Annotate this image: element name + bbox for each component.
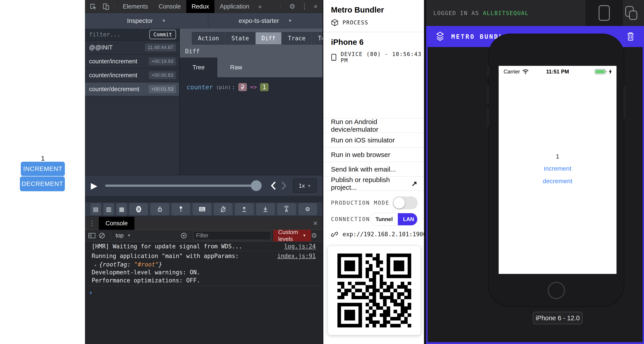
context-select-value[interactable]: top xyxy=(116,232,124,239)
subtab-tree[interactable]: Tree xyxy=(180,58,217,77)
monitor-select[interactable]: Inspector ▼ xyxy=(85,13,208,29)
eye-icon[interactable] xyxy=(180,232,188,239)
action-row[interactable]: counter/increment +00:00.83 xyxy=(85,69,179,82)
source-link[interactable]: log.js:24 xyxy=(284,243,316,250)
decrement-button[interactable]: DECREMENT xyxy=(20,177,65,191)
diff-pin-label[interactable]: (pin) xyxy=(216,84,231,90)
toggle-knob xyxy=(394,197,405,209)
pause-recording-icon[interactable] xyxy=(129,203,148,215)
kebab-menu-icon[interactable]: ⋮ xyxy=(85,219,98,227)
browser-page: 1 INCREMENT DECREMENT xyxy=(0,0,85,344)
home-button[interactable] xyxy=(548,282,565,299)
tab-diff[interactable]: Diff xyxy=(255,32,282,45)
commit-button[interactable]: Commit xyxy=(149,30,176,39)
settings-gear-icon[interactable]: ⚙ xyxy=(298,203,317,215)
instance-select[interactable]: expo-ts-starter ▼ xyxy=(208,13,322,29)
step-back-icon[interactable] xyxy=(268,181,278,190)
iphone-frame: Carrier 11:51 PM 1 increment decrement xyxy=(488,34,624,306)
layout-bottom-icon[interactable]: ▦ xyxy=(116,203,127,215)
action-filter-input[interactable] xyxy=(89,31,149,38)
console-filter-input[interactable] xyxy=(193,231,271,240)
log-levels-value: Custom levels xyxy=(278,229,300,243)
exp-url[interactable]: exp://192.168.2.101:19000 xyxy=(342,231,430,238)
divider xyxy=(111,232,111,239)
connection-lan[interactable]: LAN xyxy=(398,213,418,225)
gear-icon[interactable]: ⚙ xyxy=(289,3,296,10)
expand-triangle-icon[interactable]: ▸ xyxy=(94,262,97,267)
connection-tunnel[interactable]: Tunnel xyxy=(370,213,398,225)
decrement-link[interactable]: decrement xyxy=(499,178,616,185)
action-name: counter/decrement xyxy=(89,86,149,93)
redux-toolbar: ▤ ▥ ▦ xyxy=(85,202,322,217)
message-text: Running application "main" with appParam… xyxy=(92,253,277,259)
ios-statusbar: Carrier 11:51 PM xyxy=(499,66,616,76)
console-tab[interactable]: Console xyxy=(99,217,134,230)
action-row[interactable]: @@INIT 11:48:44.87 xyxy=(85,41,179,55)
pin-icon[interactable] xyxy=(172,203,190,215)
production-mode-toggle[interactable] xyxy=(393,197,418,209)
menu-publish[interactable]: Publish or republish project... ↗ xyxy=(323,176,424,191)
dispatcher-icon[interactable] xyxy=(192,203,211,215)
slider-thumb[interactable] xyxy=(251,180,262,191)
menu-run-web[interactable]: Run in web browser xyxy=(323,147,424,162)
step-forward-icon[interactable] xyxy=(278,181,289,190)
tab-elements[interactable]: Elements xyxy=(118,0,154,13)
playback-speed-select[interactable]: 1x ▼ xyxy=(293,179,317,193)
layout-split-icon[interactable]: ▥ xyxy=(103,203,114,215)
monitor-select-value: Inspector xyxy=(127,17,153,25)
clear-console-icon[interactable] xyxy=(98,232,106,239)
console-sidebar-icon[interactable] xyxy=(88,232,96,239)
console-prompt-chevron[interactable]: › xyxy=(85,286,322,297)
chevron-down-icon: ▼ xyxy=(288,18,292,23)
increment-button[interactable]: INCREMENT xyxy=(21,162,65,176)
object-preview[interactable]: ▸{rootTag: "#root"} xyxy=(92,259,322,268)
export-icon[interactable] xyxy=(235,203,254,215)
increment-link[interactable]: increment xyxy=(499,165,616,172)
lock-changes-icon[interactable] xyxy=(150,203,169,215)
log-levels-select[interactable]: Custom levels ▼ xyxy=(273,230,311,241)
device-icon xyxy=(331,54,336,61)
log-line: Development-level warnings: ON. xyxy=(92,268,322,276)
layout-left-icon[interactable]: ▤ xyxy=(90,203,101,215)
counter-value: 1 xyxy=(499,153,616,160)
chevron-down-icon: ▼ xyxy=(162,18,166,23)
volume-up-button xyxy=(487,85,489,104)
persist-timing-off-icon[interactable] xyxy=(214,203,232,215)
qr-card xyxy=(328,246,420,335)
console-settings-icon[interactable]: ⚙ xyxy=(311,232,319,239)
tab-trace[interactable]: Trace xyxy=(282,32,312,45)
subtab-raw[interactable]: Raw xyxy=(217,58,255,77)
action-row-selected[interactable]: counter/decrement +00:01.53 xyxy=(85,82,179,96)
play-icon[interactable]: ▶ xyxy=(91,181,103,191)
redux-topbar: Inspector ▼ expo-ts-starter ▼ xyxy=(85,13,322,29)
tab-action[interactable]: Action xyxy=(192,32,225,45)
import-icon[interactable] xyxy=(256,203,275,215)
copy-devices-icon[interactable] xyxy=(624,5,638,21)
external-link-icon: ↗ xyxy=(411,180,417,188)
source-link[interactable]: index.js:91 xyxy=(277,253,316,259)
chevron-down-icon[interactable]: ▼ xyxy=(127,233,131,238)
close-devtools-icon[interactable]: × xyxy=(314,3,318,10)
kebab-menu-icon[interactable]: ⋮ xyxy=(301,3,308,10)
diff-key[interactable]: counter xyxy=(186,84,213,91)
layers-icon xyxy=(435,31,445,42)
qr-code xyxy=(338,254,411,327)
action-row[interactable]: counter/increment +00:19.93 xyxy=(85,55,179,69)
tab-redux[interactable]: Redux xyxy=(186,0,214,13)
tab-console[interactable]: Console xyxy=(154,0,186,13)
inspect-element-icon[interactable] xyxy=(88,2,98,12)
trash-icon[interactable] xyxy=(626,32,635,41)
device-version-chip: iPhone 6 - 12.0 xyxy=(533,312,582,324)
menu-send-email[interactable]: Send link with email... xyxy=(323,162,424,176)
more-tabs-icon[interactable]: » xyxy=(255,3,266,10)
device-toolbar-icon[interactable] xyxy=(101,2,111,12)
device-tab[interactable] xyxy=(586,0,623,26)
remote-connection-icon[interactable] xyxy=(277,203,296,215)
menu-run-ios[interactable]: Run on iOS simulator xyxy=(323,133,424,147)
tab-state[interactable]: State xyxy=(226,32,255,45)
menu-item-label: Run in web browser xyxy=(331,151,390,158)
timeline-slider[interactable] xyxy=(105,185,261,187)
close-console-icon[interactable]: × xyxy=(313,219,318,228)
tab-application[interactable]: Application xyxy=(214,0,255,13)
menu-run-android[interactable]: Run on Android device/emulator xyxy=(323,118,424,133)
